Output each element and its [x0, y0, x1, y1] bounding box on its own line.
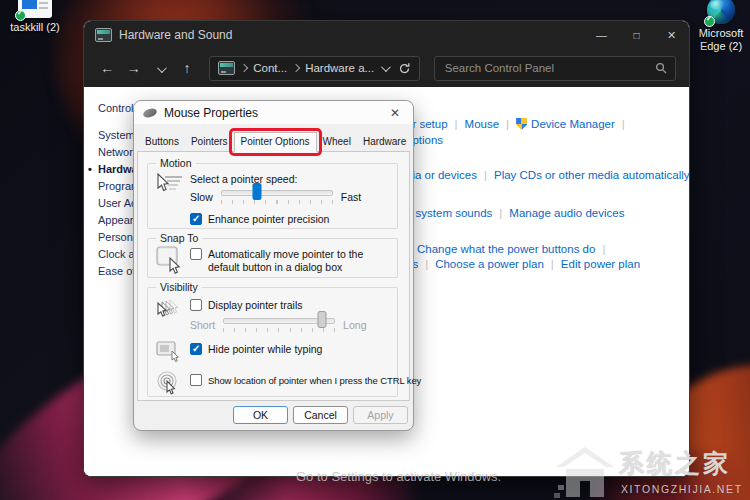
motion-group: Motion Select a pointer speed: Slow: [147, 163, 398, 229]
dialog-tab-strip: Buttons Pointers Pointer Options Wheel H…: [134, 124, 413, 151]
mouse-icon: [142, 107, 158, 119]
power-links-row-2: ps | Choose a power plan | Edit power pl…: [406, 258, 640, 270]
hide-pointer-checkbox[interactable]: [190, 343, 202, 355]
control-panel-icon: [218, 61, 235, 75]
sonar-label: Show location of pointer when I press th…: [208, 374, 421, 387]
desktop-icon-label-line1: Microsoft: [699, 27, 744, 39]
visibility-legend: Visibility: [156, 281, 202, 293]
sync-check-badge: [15, 10, 26, 21]
recent-pages-chevron-icon[interactable]: [150, 60, 171, 76]
enhance-precision-checkbox[interactable]: [190, 213, 202, 225]
xitongzhijia-logo: [554, 445, 616, 499]
close-button[interactable]: ✕: [654, 21, 689, 49]
slider-long-label: Long: [343, 319, 366, 331]
snap-to-icon: [156, 246, 186, 274]
tab-wheel[interactable]: Wheel: [317, 132, 357, 151]
snap-to-legend: Snap To: [156, 232, 202, 244]
sync-check-badge: [704, 16, 715, 27]
dialog-title: Mouse Properties: [164, 106, 258, 120]
apply-button: Apply: [353, 406, 408, 424]
maximize-button[interactable]: □: [619, 21, 654, 49]
mouse-properties-dialog: Mouse Properties ✕ Buttons Pointers Poin…: [133, 100, 414, 431]
window-titlebar[interactable]: Hardware and Sound — □ ✕: [84, 21, 689, 49]
slider-slow-label: Slow: [190, 191, 213, 203]
breadcrumb-control-panel[interactable]: Cont...: [253, 62, 287, 74]
xitongzhijia-watermark-cn: 系统之家: [619, 447, 731, 480]
link-media-or-devices[interactable]: dia or devices: [406, 169, 477, 181]
pointer-speed-slider-thumb[interactable]: [252, 183, 261, 200]
tab-buttons[interactable]: Buttons: [139, 132, 185, 151]
xitongzhijia-watermark-site: XITONGZHIJIA.NET: [621, 483, 743, 495]
motion-legend: Motion: [156, 157, 196, 169]
edge-logo-icon: [707, 0, 735, 24]
up-button[interactable]: ↑: [177, 60, 198, 76]
desktop-icon-label: taskkill (2): [10, 21, 60, 34]
slider-tick-marks: [221, 200, 333, 204]
pointer-speed-icon: [156, 173, 184, 195]
snap-to-label: Automatically move pointer to the defaul…: [208, 248, 389, 274]
link-system-sounds[interactable]: e system sounds: [406, 207, 492, 219]
address-dropdown-chevron-icon[interactable]: [381, 62, 391, 72]
pointer-options-tab-panel: Motion Select a pointer speed: Slow: [137, 151, 410, 401]
dialog-footer: OK Cancel Apply: [134, 401, 413, 430]
search-input[interactable]: [443, 61, 655, 75]
slider-short-label: Short: [190, 319, 215, 331]
slider-fast-label: Fast: [341, 191, 361, 203]
hide-pointer-icon: [156, 341, 184, 363]
control-panel-icon: [95, 28, 112, 42]
breadcrumb-separator-icon: [240, 64, 248, 72]
snap-to-group: Snap To Automatically move pointer to th…: [147, 238, 398, 278]
windows-activation-watermark: Go to Settings to activate Windows.: [296, 469, 501, 484]
visibility-group: Visibility Display pointer trails: [147, 287, 398, 397]
snap-to-checkbox[interactable]: [190, 248, 202, 260]
link-choose-power-plan[interactable]: Choose a power plan: [435, 258, 544, 270]
pointer-speed-label: Select a pointer speed:: [190, 173, 389, 185]
slider-tick-marks: [223, 328, 335, 332]
hide-pointer-label: Hide pointer while typing: [208, 343, 322, 356]
link-play-cds[interactable]: Play CDs or other media automatically: [494, 169, 689, 181]
autoplay-links-row: dia or devices | Play CDs or other media…: [406, 169, 689, 181]
breadcrumb-separator-icon: [292, 64, 300, 72]
ok-button[interactable]: OK: [233, 406, 288, 424]
sound-links-row: e system sounds | Manage audio devices: [406, 207, 624, 219]
breadcrumb-hardware-and-sound[interactable]: Hardware a...: [305, 62, 374, 74]
tab-pointer-options[interactable]: Pointer Options: [234, 132, 317, 152]
trail-length-slider-thumb: [317, 311, 326, 328]
sonar-checkbox[interactable]: [190, 374, 202, 386]
minimize-button[interactable]: —: [584, 21, 619, 49]
taskkill-file-icon: [18, 0, 52, 18]
power-links-row: | Change what the power buttons do |: [400, 243, 612, 255]
search-icon[interactable]: [655, 62, 667, 74]
navigation-toolbar: ← → ↑ Cont... Hardware a...: [84, 49, 689, 87]
pointer-trails-icon: [156, 299, 186, 325]
link-power-buttons[interactable]: Change what the power buttons do: [417, 243, 595, 255]
address-bar[interactable]: Cont... Hardware a...: [209, 56, 420, 81]
pointer-speed-slider[interactable]: [221, 190, 333, 196]
desktop-icon-edge[interactable]: Microsoft Edge (2): [692, 0, 750, 53]
desktop-icon-label-line2: Edge (2): [700, 40, 742, 52]
link-manage-audio-devices[interactable]: Manage audio devices: [509, 207, 624, 219]
link-mouse[interactable]: Mouse: [465, 118, 500, 130]
tab-pointer-options-label: Pointer Options: [241, 136, 310, 147]
window-title: Hardware and Sound: [119, 28, 232, 42]
dialog-close-icon[interactable]: ✕: [386, 106, 404, 120]
devices-printers-links-row: er setup | Mouse | Device Manager |: [406, 118, 632, 130]
desktop-icon-taskkill[interactable]: taskkill (2): [2, 0, 68, 34]
display-trails-checkbox[interactable]: [190, 299, 202, 311]
back-button[interactable]: ←: [97, 60, 118, 76]
link-device-manager[interactable]: Device Manager: [531, 118, 615, 130]
tab-pointers[interactable]: Pointers: [185, 132, 234, 151]
dialog-titlebar[interactable]: Mouse Properties ✕: [134, 101, 413, 124]
link-edit-power-plan[interactable]: Edit power plan: [561, 258, 640, 270]
uac-shield-icon: [516, 118, 527, 130]
tab-hardware[interactable]: Hardware: [357, 132, 412, 151]
display-trails-label: Display pointer trails: [208, 299, 303, 312]
sonar-pointer-icon: [156, 371, 184, 395]
refresh-icon[interactable]: [398, 62, 411, 75]
enhance-precision-label: Enhance pointer precision: [208, 213, 329, 226]
forward-button[interactable]: →: [124, 60, 145, 76]
search-box[interactable]: [434, 56, 676, 81]
cancel-button[interactable]: Cancel: [293, 406, 348, 424]
